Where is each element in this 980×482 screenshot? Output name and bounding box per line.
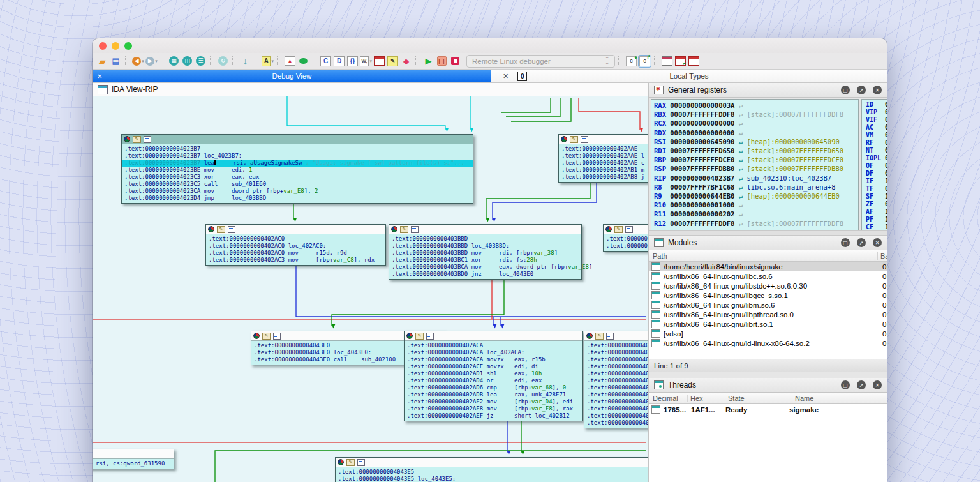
threads-column-decimal[interactable]: Decimal (649, 395, 687, 402)
module-row[interactable]: /home/henri/flair84/bin/linux/sigmake0 (649, 262, 887, 271)
register-row-r10[interactable]: R10 0000000000001000 ↵ (654, 200, 858, 209)
breakpoints-list-icon[interactable] (688, 56, 700, 67)
flags-list[interactable]: ID 0VIP 0VIF 0AC 0VM 0RF 0NT 0IOPL 0OF 0… (861, 99, 887, 230)
disasm-line[interactable]: .text:000000000040 (584, 342, 648, 349)
disasm-line[interactable]: .text:0000000000402AAE c (559, 160, 648, 167)
diamond-marker-icon[interactable]: ◆ (400, 56, 412, 67)
disasm-line[interactable]: .text:000000000040 (584, 391, 648, 398)
registers-list[interactable]: RAX 000000000000003A ↵ RBX 00007FFFFFFFD… (651, 99, 859, 230)
edit-block-icon[interactable]: ✎ (570, 136, 578, 143)
edit-block-icon[interactable]: ✎ (217, 226, 225, 233)
register-row-rsi[interactable]: RSI 0000000000645090 ↵ [heap]:0000000000… (654, 137, 858, 146)
edit-block-icon[interactable]: ✎ (595, 333, 604, 340)
basic-block-4043E5[interactable]: ✎.text:00000000004043E5.text:00000000004… (335, 457, 648, 482)
follow-icon[interactable]: ↵ (734, 192, 746, 200)
close-icon[interactable]: ✕ (97, 73, 102, 80)
view-list-icon[interactable]: ☰ (195, 56, 207, 67)
breakpoint-group-icon[interactable] (561, 136, 567, 142)
breakpoint-group-icon[interactable] (124, 136, 130, 142)
register-row-rcx[interactable]: RCX 0000000000000000 ↵ (654, 119, 858, 128)
panel-splitter[interactable] (649, 230, 887, 236)
tab-local-types[interactable]: Local Types (491, 72, 887, 80)
image-view-icon[interactable]: ▲ (284, 56, 296, 67)
disasm-line[interactable]: rsi, cs:qword_631590 (93, 460, 174, 467)
calls-c-icon[interactable]: C (320, 56, 332, 67)
disasm-line[interactable]: .text:000000000040 (584, 356, 648, 363)
block-title-bar[interactable]: ✎ (206, 225, 385, 234)
threads-column-state[interactable]: State (725, 395, 792, 402)
window-titlebar[interactable] (93, 38, 887, 53)
step-into-icon[interactable]: c↴ (625, 56, 637, 67)
flag-row-id[interactable]: ID 0 (866, 101, 887, 109)
flag-row-iopl[interactable]: IOPL 0 (866, 154, 887, 162)
disasm-line[interactable]: .text:0000000000403BC1 xor rdi, fs:28h (389, 257, 581, 264)
panel-close-icon[interactable]: ✕ (873, 86, 882, 94)
edit-block-icon[interactable]: ✎ (614, 226, 623, 233)
flag-row-zf[interactable]: ZF 0 (866, 200, 887, 208)
flag-row-vif[interactable]: VIF 0 (866, 116, 887, 124)
register-row-rbp[interactable]: RBP 00007FFFFFFFDCE0 ↵ [stack]:00007FFFF… (654, 155, 858, 164)
panel-dock-icon[interactable]: ▢ (841, 86, 850, 94)
follow-icon[interactable]: ↵ (734, 138, 746, 146)
disasm-line[interactable]: .text:00000000004023D4 jmp loc_403BBD (122, 195, 473, 202)
disasm-line[interactable]: .text:0000000000402AEF jz short loc_402B… (405, 412, 582, 419)
panel-dock-icon[interactable]: ▢ (841, 380, 850, 389)
block-chart-icon[interactable] (606, 333, 614, 340)
edit-block-icon[interactable]: ✎ (415, 333, 424, 340)
disasm-line[interactable]: .text:000000000040 (584, 419, 648, 426)
panel-close-icon[interactable]: ✕ (873, 380, 882, 389)
threads-column-header[interactable]: DecimalHexStateName (649, 393, 887, 404)
nav-back-icon[interactable]: ◀▾ (132, 56, 144, 67)
disasm-line[interactable]: .text:0000000000402AB8 j (559, 174, 648, 181)
step-over-icon[interactable]: c↱ (639, 56, 651, 67)
panel-close-icon[interactable]: ✕ (873, 238, 882, 247)
module-row[interactable]: /usr/lib/x86_64-linux-gnu/librt.so.10 (649, 319, 887, 329)
follow-icon[interactable]: ↵ (734, 220, 746, 227)
edit-block-icon[interactable]: ✎ (400, 226, 408, 233)
traffic-light-zoom-icon[interactable] (124, 42, 132, 50)
flag-row-df[interactable]: DF 0 (866, 170, 887, 177)
save-file-icon[interactable]: ▤ (110, 56, 122, 67)
disasm-line[interactable]: .text:0000000000402AAE l (559, 153, 648, 160)
basic-block-403BBD[interactable]: ✎.text:0000000000403BBD.text:00000000004… (389, 224, 582, 280)
block-chart-icon[interactable] (357, 459, 365, 466)
block-title-bar[interactable]: ✎ (122, 135, 473, 144)
threads-column-name[interactable]: Name (792, 395, 813, 402)
edit-block-icon[interactable]: ✎ (346, 459, 355, 466)
module-row[interactable]: /usr/lib/x86_64-linux-gnu/libstdc++.so.6… (649, 281, 887, 290)
flag-row-sf[interactable]: SF 1 (866, 193, 887, 200)
module-row[interactable]: /usr/lib/x86_64-linux-gnu/libpthread.so.… (649, 310, 887, 319)
panel-float-icon[interactable]: ➚ (857, 380, 866, 389)
register-row-rax[interactable]: RAX 000000000000003A ↵ (654, 101, 858, 110)
disasm-line[interactable]: .text:000000000040 (584, 363, 648, 370)
disasm-line[interactable]: .text:00000000004043E5 loc_4043E5: (336, 476, 648, 482)
disasm-line[interactable]: .text:000000000040 (584, 412, 648, 419)
module-row[interactable]: /usr/lib/x86_64-linux-gnu/libgcc_s.so.10 (649, 290, 887, 300)
disasm-line[interactable]: .text:0000000000403BCA mov eax, dword pt… (389, 264, 581, 271)
disasm-line[interactable]: .text:0000000000402AC0 loc_402AC0: (206, 243, 385, 250)
breakpoint-group-icon[interactable] (338, 459, 344, 465)
basic-block-E[interactable]: ✎.text:0000000.text:0000000 (603, 224, 648, 252)
disasm-line[interactable]: .text:0000000000403BBD loc_403BBD: (389, 243, 581, 250)
block-chart-icon[interactable] (273, 333, 281, 340)
flag-row-if[interactable]: IF 1 (866, 177, 887, 185)
modules-list[interactable]: /home/henri/flair84/bin/linux/sigmake0/u… (649, 262, 887, 348)
disasm-line[interactable]: .text:0000000000402AE8 mov [rbp+var_F8],… (405, 405, 582, 412)
basic-block-I[interactable]: ✎rsi, cs:qword_631590 (93, 449, 174, 469)
edit-block-icon[interactable]: ✎ (133, 136, 141, 143)
register-row-r9[interactable]: R9 0000000000644EB0 ↵ [heap]:00000000006… (654, 192, 858, 200)
disasm-line[interactable]: .text:00000000004023B7 loc_4023B7: (122, 153, 473, 160)
graph-canvas[interactable]: ✎.text:00000000004023B7.text:00000000004… (93, 96, 648, 482)
follow-icon[interactable]: ↵ (734, 119, 746, 127)
disasm-line[interactable]: .text:00000000004023BE mov edi, 1 (122, 167, 473, 174)
register-row-rsp[interactable]: RSP 00007FFFFFFFDBB0 ↵ [stack]:00007FFFF… (654, 164, 858, 173)
basic-block-402ACA[interactable]: ✎.text:0000000000402ACA.text:00000000004… (404, 331, 583, 421)
modules-column-header[interactable]: Path Base (649, 250, 887, 262)
modules-base-column[interactable]: Base (877, 252, 887, 260)
block-chart-icon[interactable] (228, 226, 235, 233)
flag-row-cf[interactable]: CF 1 (866, 223, 887, 230)
breakpoint-group-icon[interactable] (586, 333, 593, 339)
nav-forward-icon[interactable]: ▶▾ (145, 56, 158, 67)
register-row-r12[interactable]: R12 00007FFFFFFFDDF8 ↵ [stack]:00007FFFF… (654, 219, 858, 228)
open-file-icon[interactable]: ▰ (96, 56, 108, 67)
